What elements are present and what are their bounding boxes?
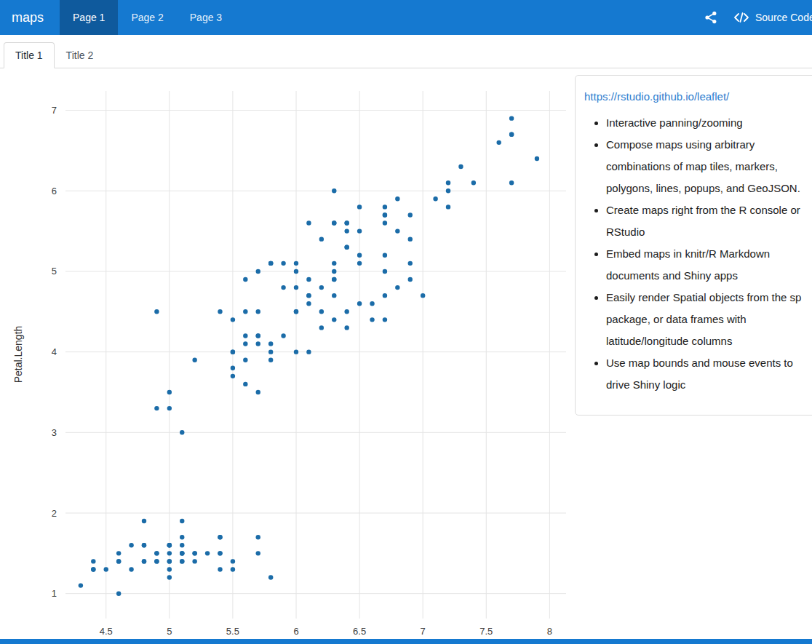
- code-icon: [733, 12, 749, 23]
- list-item: Easily render Spatial objects from the s…: [606, 287, 805, 352]
- footer-strip: [0, 639, 812, 644]
- svg-text:5: 5: [167, 626, 172, 637]
- scatter-plot[interactable]: 4.555.566.577.581234567Petal.Length: [0, 69, 575, 639]
- svg-text:Petal.Length: Petal.Length: [12, 326, 24, 383]
- navbar: maps Page 1 Page 2 Page 3: [0, 0, 812, 35]
- svg-text:1: 1: [52, 588, 57, 599]
- navbar-tabs: Page 1 Page 2 Page 3: [60, 0, 235, 35]
- list-item: Use map bounds and mouse events to drive…: [606, 352, 805, 396]
- svg-text:3: 3: [52, 427, 57, 438]
- svg-text:6: 6: [52, 186, 57, 196]
- feature-list: Interactive panning/zooming Compose maps…: [584, 112, 805, 396]
- navbar-brand: maps: [0, 0, 55, 35]
- nav-tab-page3[interactable]: Page 3: [177, 0, 235, 35]
- card-tabset: Title 1 Title 2: [0, 35, 812, 68]
- source-code-label: Source Code: [755, 12, 812, 23]
- tab-title1[interactable]: Title 1: [4, 42, 55, 68]
- navbar-right: Source Code: [704, 0, 812, 35]
- list-item: Compose maps using arbitrary combination…: [606, 134, 805, 199]
- svg-text:4.5: 4.5: [100, 626, 113, 637]
- list-item: Create maps right from the R console or …: [606, 199, 805, 243]
- svg-text:2: 2: [52, 508, 57, 519]
- share-icon[interactable]: [704, 11, 717, 24]
- leaflet-link[interactable]: https://rstudio.github.io/leaflet/: [584, 89, 805, 105]
- source-code-link[interactable]: Source Code: [733, 12, 812, 23]
- tab-title2[interactable]: Title 2: [55, 42, 106, 68]
- nav-tab-page2[interactable]: Page 2: [118, 0, 176, 35]
- leaflet-info-card: https://rstudio.github.io/leaflet/ Inter…: [575, 75, 812, 416]
- svg-text:6: 6: [293, 626, 298, 637]
- svg-text:6.5: 6.5: [353, 626, 366, 637]
- list-item: Embed maps in knitr/R Markdown documents…: [606, 243, 805, 287]
- list-item: Interactive panning/zooming: [606, 112, 805, 134]
- nav-tab-page1[interactable]: Page 1: [60, 0, 118, 35]
- svg-text:5: 5: [52, 266, 57, 277]
- scatter-plot-svg[interactable]: 4.555.566.577.581234567Petal.Length: [0, 69, 575, 639]
- svg-text:7: 7: [52, 105, 57, 116]
- svg-text:5.5: 5.5: [226, 626, 239, 637]
- svg-text:7.5: 7.5: [479, 626, 493, 637]
- svg-text:8: 8: [547, 626, 552, 637]
- svg-text:4: 4: [52, 346, 57, 357]
- svg-text:7: 7: [421, 626, 426, 637]
